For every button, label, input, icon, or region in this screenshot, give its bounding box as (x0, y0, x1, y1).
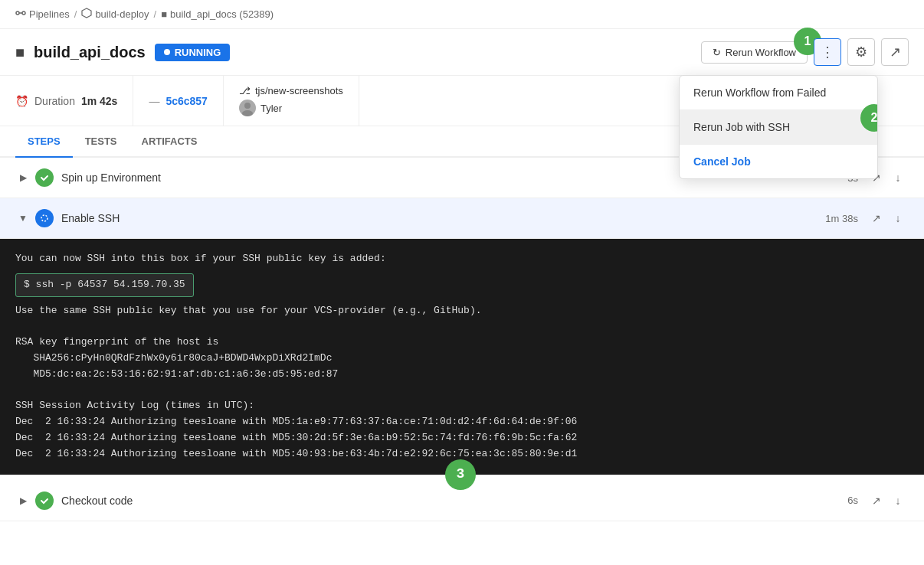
step-expand-btn-checkout[interactable]: ↗ (866, 490, 887, 511)
page-title: build_api_docs (34, 44, 146, 61)
step-toggle[interactable]: ▶ (15, 172, 31, 183)
rerun-label: Rerun Workflow (726, 47, 796, 58)
ssh-command-wrapper: $ ssh -p 64537 54.159.70.35 (15, 270, 909, 300)
running-indicator (164, 49, 170, 55)
tab-steps[interactable]: STEPS (15, 126, 73, 158)
step-name-checkout: Checkout code (61, 495, 847, 507)
header-actions: ↻ Rerun Workflow 1 ⋮ ⚙ ↗ (701, 38, 909, 66)
commit-section: — 5c6c857 (133, 76, 224, 126)
branch-section: ⎇ tjs/new-screenshots Tyler (224, 76, 359, 126)
running-badge: RUNNING (155, 44, 231, 61)
step-name-ssh: Enable SSH (61, 212, 825, 224)
duration-value: 1m 42s (81, 95, 117, 107)
tab-tests[interactable]: TESTS (73, 126, 129, 158)
more-icon: ⋮ (821, 44, 834, 60)
user-info: Tyler (239, 100, 343, 116)
svg-point-0 (16, 11, 19, 15)
tab-artifacts[interactable]: ARTIFACTS (129, 126, 210, 158)
terminal-line-3 (15, 318, 909, 335)
terminal-line-8: SSH Session Activity Log (times in UTC): (15, 398, 909, 414)
enable-ssh-section: ▼ Enable SSH 1m 38s ↗ ↓ You can now SSH … (0, 198, 924, 475)
step-row-expanded[interactable]: ▼ Enable SSH 1m 38s ↗ ↓ (0, 198, 924, 239)
key-icon: — (149, 95, 159, 107)
svg-point-3 (244, 103, 251, 109)
step-badge-3: 3 (445, 459, 476, 490)
terminal-line-2: Use the same SSH public key that you use… (15, 303, 909, 319)
dropdown-menu: Rerun Workflow from Failed Rerun Job wit… (679, 75, 878, 179)
steps-list: ▶ Spin up Environment 3s ↗ ↓ ▼ Enable SS… (0, 158, 924, 521)
step-status-running (35, 209, 54, 227)
export-button[interactable]: ↗ (881, 38, 909, 66)
job-icon: ■ (161, 8, 167, 20)
step-toggle-expanded[interactable]: ▼ (15, 213, 31, 224)
user-name: Tyler (260, 103, 282, 114)
ssh-command[interactable]: $ ssh -p 64537 54.159.70.35 (15, 273, 194, 297)
terminal-line-7 (15, 383, 909, 399)
step-download-btn-ssh[interactable]: ↓ (887, 207, 909, 229)
settings-button[interactable]: ⚙ (847, 38, 875, 66)
terminal-line-10: Dec 2 16:33:24 Authorizing teesloane wit… (15, 430, 909, 446)
terminal-line-4: RSA key fingerprint of the host is (15, 335, 909, 351)
header-left: ■ build_api_docs RUNNING (15, 44, 701, 61)
svg-point-1 (22, 11, 25, 15)
rerun-with-ssh-item[interactable]: Rerun Job with SSH 2 (680, 110, 877, 144)
step-download-button[interactable]: ↓ (887, 167, 909, 188)
step-time-ssh: 1m 38s (825, 213, 858, 224)
breadcrumb-job: build_api_docs (52389) (170, 8, 274, 20)
step-status-success (35, 168, 54, 187)
step-status-checkout (35, 492, 54, 510)
step-badge-2: 2 (860, 104, 878, 132)
export-icon: ↗ (890, 44, 901, 60)
branch-icon: ⎇ (239, 85, 251, 96)
step-expand-btn-ssh[interactable]: ↗ (866, 207, 887, 229)
rerun-btn-wrapper: ↻ Rerun Workflow 1 (701, 41, 808, 64)
breadcrumb-pipelines[interactable]: Pipelines (29, 8, 70, 20)
running-label: RUNNING (175, 47, 221, 58)
step-time-checkout: 6s (847, 495, 858, 506)
branch-name: ⎇ tjs/new-screenshots (239, 85, 343, 96)
terminal-line-1: You can now SSH into this box if your SS… (15, 251, 909, 267)
pipeline-icon (15, 8, 26, 21)
avatar (239, 100, 256, 116)
breadcrumb-build-deploy[interactable]: build-deploy (95, 8, 149, 20)
refresh-icon: ↻ (713, 47, 721, 58)
rerun-from-failed-item[interactable]: Rerun Workflow from Failed (680, 76, 877, 109)
repo-icon (81, 8, 92, 21)
terminal-line-9: Dec 2 16:33:24 Authorizing teesloane wit… (15, 414, 909, 430)
cancel-job-item[interactable]: Cancel Job (680, 145, 877, 178)
clock-icon: ⏰ (15, 95, 28, 107)
more-options-button[interactable]: ⋮ (814, 38, 841, 66)
gear-icon: ⚙ (855, 44, 867, 60)
duration-section: ⏰ Duration 1m 42s (15, 76, 133, 126)
terminal: You can now SSH into this box if your SS… (0, 239, 924, 475)
svg-point-5 (41, 215, 48, 221)
page-icon: ■ (15, 44, 25, 61)
terminal-line-5: SHA256:cPyHn0QRdFzhWx0y6ir80caJ+BDWD4Wxp… (15, 351, 909, 367)
rerun-workflow-button[interactable]: ↻ Rerun Workflow (701, 41, 808, 64)
svg-point-4 (242, 110, 253, 116)
step-toggle-checkout[interactable]: ▶ (15, 495, 31, 506)
breadcrumb: Pipelines / build-deploy / ■ build_api_d… (0, 0, 924, 29)
commit-hash[interactable]: 5c6c857 (165, 95, 208, 107)
terminal-line-6: MD5:dc:ea:2c:53:16:62:91:af:db:c1:a6:3e:… (15, 367, 909, 383)
duration-label: Duration (34, 95, 75, 107)
header: ■ build_api_docs RUNNING ↻ Rerun Workflo… (0, 29, 924, 76)
step-download-btn-checkout[interactable]: ↓ (887, 490, 909, 511)
